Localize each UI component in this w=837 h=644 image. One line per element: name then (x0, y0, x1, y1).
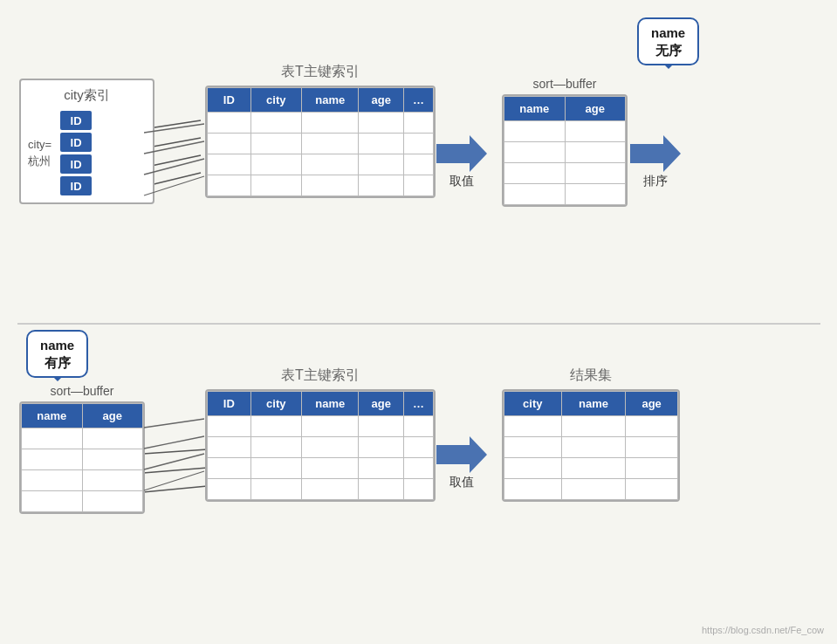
main-table-bottom: ID city name age … (205, 389, 436, 502)
id-cell-2: ID (60, 133, 92, 152)
table-row (504, 437, 678, 458)
svg-marker-9 (436, 436, 487, 473)
table-row (504, 121, 626, 142)
table-row (208, 437, 434, 458)
name-ordered-bubble: name 有序 (26, 330, 88, 378)
table-row (504, 458, 678, 479)
table-row (504, 142, 626, 163)
bubble-bottom-line2: 有序 (45, 355, 71, 370)
id-cell-1: ID (60, 111, 92, 130)
main-table-top-title: 表T主键索引 (205, 63, 436, 81)
id-cell-3: ID (60, 154, 92, 174)
svg-line-16 (144, 454, 204, 469)
table-row (208, 416, 434, 437)
sort-buffer-top-table: name age (502, 94, 628, 207)
svg-marker-7 (436, 135, 487, 172)
main-table-top: ID city name age … (205, 86, 436, 198)
city-eq-label-top: city= 杭州 (28, 137, 51, 168)
table-row (208, 458, 434, 479)
result-set-title: 结果集 (502, 367, 680, 385)
table-row (504, 184, 626, 205)
main-table-bottom-header: ID city name age … (208, 392, 434, 416)
sort-buffer-bottom-wrapper: sort—buffer name age (19, 384, 145, 514)
bubble-top-line1: name (651, 25, 685, 40)
name-unordered-bubble: name 无序 (637, 17, 699, 65)
sort-buffer-bottom-table: name age (19, 401, 145, 514)
arrow-quizhi-top-label: 取值 (449, 174, 474, 189)
result-set-header: city name age (504, 392, 678, 416)
id-cells-top: ID ID ID ID (60, 111, 92, 195)
main-table-bottom-wrapper: 表T主键索引 ID city name age … (205, 367, 436, 502)
table-row (208, 154, 434, 175)
table-row (22, 449, 143, 470)
bubble-bottom-line1: name (40, 338, 74, 353)
sort-buffer-top-wrapper: sort—buffer name age (502, 77, 628, 207)
table-row (22, 491, 143, 512)
table-row (22, 428, 143, 449)
table-row (208, 134, 434, 154)
bubble-top-line2: 无序 (655, 43, 682, 58)
arrow-paixu-label: 排序 (643, 174, 668, 189)
table-row (22, 470, 143, 491)
city-index-box-top: city索引 city= 杭州 ID ID ID ID (19, 79, 154, 204)
svg-line-14 (144, 419, 204, 428)
city-index-title-top: city索引 (28, 87, 146, 104)
sort-buffer-top-title: sort—buffer (502, 77, 628, 91)
result-set-wrapper: 结果集 city name age (502, 367, 680, 502)
sort-buffer-top-header: name age (504, 97, 626, 121)
id-cell-4: ID (60, 176, 92, 195)
sort-buffer-bottom-title: sort—buffer (19, 384, 145, 398)
table-row (208, 479, 434, 500)
svg-line-15 (144, 436, 204, 449)
table-row (208, 113, 434, 134)
section-divider (17, 323, 820, 325)
result-set-table: city name age (502, 389, 680, 502)
arrow-quizhi-top: 取值 (436, 135, 487, 189)
main-table-bottom-title: 表T主键索引 (205, 367, 436, 385)
arrow-quizhi-bottom-label: 取值 (449, 475, 474, 490)
svg-line-17 (144, 471, 204, 490)
main-table-top-header: ID city name age … (208, 88, 434, 113)
watermark: https://blog.csdn.net/Fe_cow (702, 625, 824, 635)
table-row (504, 479, 678, 500)
svg-marker-8 (630, 135, 681, 172)
table-row (208, 175, 434, 196)
arrow-paixu-top: 排序 (630, 135, 681, 189)
table-row (504, 416, 678, 437)
table-row (504, 163, 626, 184)
arrow-quizhi-bottom: 取值 (436, 436, 487, 490)
main-table-top-wrapper: 表T主键索引 ID city name age … (205, 63, 436, 198)
sort-buffer-bottom-header: name age (22, 404, 143, 428)
